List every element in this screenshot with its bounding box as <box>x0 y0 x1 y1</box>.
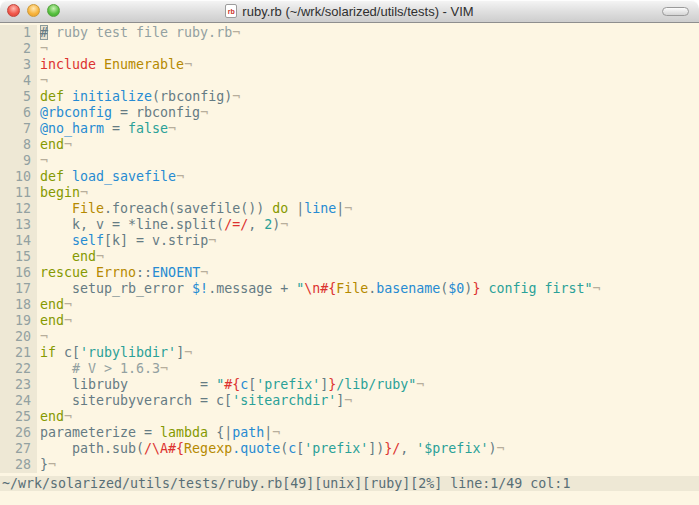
toolbar-toggle-button[interactable] <box>662 7 689 16</box>
code-token: " <box>296 281 304 296</box>
code-token: ]) <box>368 441 384 456</box>
eol-marker: ¬ <box>40 73 48 88</box>
code-line[interactable]: 17 setup_rb_error $!.message + "\n#{File… <box>0 281 699 297</box>
code-line[interactable]: 8end¬ <box>0 137 699 153</box>
code-line[interactable]: 16rescue Errno::ENOENT¬ <box>0 265 699 281</box>
code-line[interactable]: 15 end¬ <box>0 249 699 265</box>
code-token: 'rubylibdir' <box>80 345 176 360</box>
code-line[interactable]: 27 path.sub(/\A#{Regexp.quote(c['prefix'… <box>0 441 699 457</box>
code-token: initialize <box>72 89 152 104</box>
code-line[interactable]: 28}¬ <box>0 457 699 473</box>
line-number: 22 <box>0 361 37 377</box>
window-title: ruby.rb (~/wrk/solarized/utils/tests) - … <box>242 4 473 19</box>
code-line[interactable]: 21if c['rubylibdir']¬ <box>0 345 699 361</box>
code-token: File <box>336 281 368 296</box>
code-token: # V > 1.6.3 <box>40 361 160 376</box>
document-icon-label: rb <box>228 8 235 15</box>
code-line[interactable]: 10def load_savefile¬ <box>0 169 699 185</box>
eol-marker: ¬ <box>64 409 72 424</box>
close-button[interactable] <box>7 4 20 17</box>
code-token: 2 <box>264 217 272 232</box>
eol-marker: ¬ <box>40 153 48 168</box>
code-token: ) <box>272 217 280 232</box>
zoom-button[interactable] <box>47 4 60 17</box>
code-line[interactable]: 13 k, v = *line.split(/=/, 2)¬ <box>0 217 699 233</box>
line-number: 9 <box>0 153 37 169</box>
eol-marker: ¬ <box>160 361 168 376</box>
code-token: #{ <box>224 377 240 392</box>
code-line[interactable]: 12 File.foreach(savefile()) do |line|¬ <box>0 201 699 217</box>
code-line[interactable]: 23 libruby = "#{c['prefix']}/lib/ruby"¬ <box>0 377 699 393</box>
code-token: .message + <box>208 281 296 296</box>
code-token: (rbconfig) <box>152 89 232 104</box>
code-token: setup_rb_error <box>40 281 192 296</box>
minimize-button[interactable] <box>27 4 40 17</box>
code-line[interactable]: 9¬ <box>0 153 699 169</box>
code-token: ruby test file ruby.rb <box>48 25 232 40</box>
line-number: 7 <box>0 121 37 137</box>
code-token: ENOENT <box>152 265 200 280</box>
code-line[interactable]: 25end¬ <box>0 409 699 425</box>
code-token: \n#{ <box>304 281 336 296</box>
eol-marker: ¬ <box>200 265 208 280</box>
code-line[interactable]: 5def initialize(rbconfig)¬ <box>0 89 699 105</box>
eol-marker: ¬ <box>184 57 192 72</box>
code-line[interactable]: 19end¬ <box>0 313 699 329</box>
eol-marker: ¬ <box>48 457 56 472</box>
code-line[interactable]: 22 # V > 1.6.3¬ <box>0 361 699 377</box>
eol-marker: ¬ <box>272 425 280 440</box>
line-number: 26 <box>0 425 37 441</box>
code-line[interactable]: 24 siterubyverarch = c['sitearchdir']¬ <box>0 393 699 409</box>
code-token: $! <box>192 281 208 296</box>
code-line[interactable]: 2¬ <box>0 41 699 57</box>
code-token: }/ <box>384 441 400 456</box>
document-icon: rb <box>225 4 237 18</box>
code-line[interactable]: 1# ruby test file ruby.rb¬ <box>0 25 699 41</box>
line-number: 20 <box>0 329 37 345</box>
code-token <box>88 265 96 280</box>
code-token: /lib/ruby" <box>336 377 416 392</box>
vim-window: rb ruby.rb (~/wrk/solarized/utils/tests)… <box>0 0 699 505</box>
code-line[interactable]: 4¬ <box>0 73 699 89</box>
code-token: false <box>128 121 168 136</box>
code-token: Enumerable <box>104 57 184 72</box>
code-line[interactable]: 20¬ <box>0 329 699 345</box>
eol-marker: ¬ <box>208 233 216 248</box>
code-token: include <box>40 57 96 72</box>
code-token: def <box>40 89 64 104</box>
code-line[interactable]: 3include Enumerable¬ <box>0 57 699 73</box>
eol-marker: ¬ <box>168 121 176 136</box>
code-token: c[ <box>56 345 80 360</box>
code-token: :: <box>136 265 152 280</box>
code-token: | <box>288 201 304 216</box>
code-token: config first" <box>480 281 592 296</box>
line-number: 17 <box>0 281 37 297</box>
line-number: 23 <box>0 377 37 393</box>
line-number: 19 <box>0 313 37 329</box>
code-token <box>40 201 72 216</box>
title-bar[interactable]: rb ruby.rb (~/wrk/solarized/utils/tests)… <box>0 0 699 23</box>
code-token: .foreach(savefile()) <box>104 201 272 216</box>
code-token: /=/ <box>224 217 248 232</box>
code-line[interactable]: 26parameterize = lambda {|path|¬ <box>0 425 699 441</box>
line-number: 16 <box>0 265 37 281</box>
code-token <box>96 57 104 72</box>
code-line[interactable]: 14 self[k] = v.strip¬ <box>0 233 699 249</box>
code-token: if <box>40 345 56 360</box>
code-token: 'prefix' <box>304 441 368 456</box>
code-token: @no_harm <box>40 121 104 136</box>
cursor: # <box>40 25 48 40</box>
line-number: 21 <box>0 345 37 361</box>
code-token: .quote <box>232 441 280 456</box>
code-token: [ <box>248 377 256 392</box>
code-token: def <box>40 169 64 184</box>
code-token: 'prefix' <box>256 377 320 392</box>
line-number: 27 <box>0 441 37 457</box>
title-area: rb ruby.rb (~/wrk/solarized/utils/tests)… <box>0 0 699 22</box>
eol-marker: ¬ <box>200 105 208 120</box>
code-line[interactable]: 7@no_harm = false¬ <box>0 121 699 137</box>
code-area[interactable]: 1# ruby test file ruby.rb¬2¬3include Enu… <box>0 23 699 476</box>
code-line[interactable]: 6@rbconfig = rbconfig¬ <box>0 105 699 121</box>
code-line[interactable]: 11begin¬ <box>0 185 699 201</box>
code-line[interactable]: 18end¬ <box>0 297 699 313</box>
